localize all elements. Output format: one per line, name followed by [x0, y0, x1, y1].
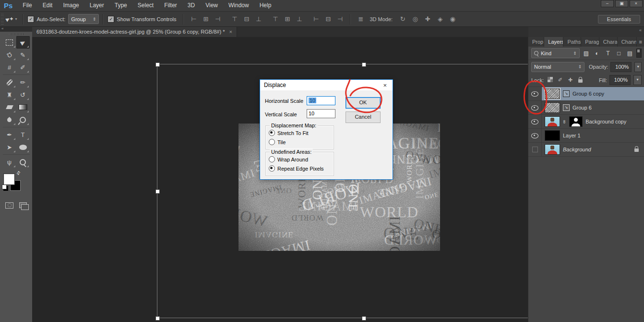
tab-character[interactable]: Chara [599, 37, 618, 47]
layer-row-background[interactable]: Background [528, 143, 644, 157]
radio-repeat-edge-pixels[interactable] [269, 165, 275, 172]
clone-stamp-tool[interactable]: ♜ [3, 88, 16, 101]
menu-image[interactable]: Image [58, 0, 84, 11]
menu-file[interactable]: File [17, 0, 37, 11]
visibility-toggle[interactable] [528, 143, 542, 156]
align-left-edges-icon[interactable]: ⊢ [188, 14, 200, 24]
filter-shape-layers-icon[interactable]: □ [615, 50, 623, 57]
visibility-toggle[interactable] [528, 87, 542, 100]
lock-position-icon[interactable]: ✚ [566, 77, 574, 83]
3d-scale-icon[interactable]: ◉ [446, 15, 459, 23]
move-tool[interactable]: ▶ [16, 36, 30, 49]
radio-wrap-around[interactable] [269, 156, 275, 162]
menu-select[interactable]: Select [132, 0, 159, 11]
hand-tool[interactable]: ψ [3, 156, 16, 168]
opacity-value[interactable]: 100% [610, 62, 632, 72]
lock-pixels-icon[interactable]: ✐ [556, 77, 564, 83]
menu-type[interactable]: Type [109, 0, 132, 11]
options-bar-grip[interactable] [1, 14, 4, 25]
fill-value[interactable]: 100% [609, 75, 631, 85]
horizontal-scale-input[interactable]: 10 [307, 96, 335, 105]
tools-grip[interactable] [9, 33, 24, 35]
3d-roll-icon[interactable]: ◎ [409, 15, 421, 23]
menu-window[interactable]: Window [223, 0, 254, 11]
layer-name[interactable]: Group 6 [572, 105, 592, 111]
panel-menu-icon[interactable]: ≡ [637, 37, 644, 47]
layer-row-layer-1[interactable]: Layer 1 [528, 129, 644, 143]
filter-toggle-switch[interactable] [636, 49, 642, 58]
screen-mode-button[interactable] [16, 199, 30, 211]
layer-mask-thumbnail[interactable] [569, 116, 583, 127]
radio-tile[interactable] [269, 139, 275, 145]
blur-tool[interactable] [3, 113, 16, 126]
tab-properties[interactable]: Prop [528, 37, 544, 47]
transform-handle-left-middle[interactable] [155, 189, 160, 194]
visibility-toggle[interactable] [528, 115, 542, 128]
restore-button[interactable]: ▣ [615, 0, 628, 7]
filter-smart-objects-icon[interactable]: ▤ [625, 50, 634, 57]
distribute-horizontal-centers-icon[interactable]: ⊟ [322, 14, 334, 24]
spot-healing-brush-tool[interactable] [3, 76, 16, 88]
layer-name[interactable]: Group 6 copy [572, 91, 604, 97]
brush-tool[interactable]: ✏ [16, 76, 30, 88]
transform-handle-bottom-middle[interactable] [362, 316, 366, 321]
zoom-tool[interactable] [16, 156, 30, 168]
path-selection-tool[interactable]: ➤ [3, 141, 16, 153]
layer-thumbnail[interactable] [545, 144, 560, 155]
layer-thumbnail[interactable] [545, 102, 560, 113]
3d-drag-icon[interactable]: ✚ [421, 15, 434, 23]
type-tool[interactable]: T [16, 128, 30, 141]
repeat-edge-pixels-option[interactable]: Repeat Edge Pixels [269, 165, 324, 172]
menu-edit[interactable]: Edit [37, 0, 58, 11]
foreground-color-swatch[interactable] [4, 174, 14, 185]
distribute-spacing-icon[interactable]: ≣ [355, 14, 367, 24]
layer-name[interactable]: Background [563, 147, 591, 152]
gradient-tool[interactable] [16, 101, 30, 113]
filter-pixel-layers-icon[interactable]: ▨ [582, 50, 591, 57]
transform-handle-top-middle[interactable] [362, 62, 366, 67]
distribute-bottom-edges-icon[interactable]: ⊥ [293, 14, 305, 24]
opacity-dropdown-arrow[interactable]: ▾ [634, 62, 642, 72]
eraser-tool[interactable] [3, 101, 16, 113]
quick-mask-button[interactable] [3, 199, 16, 211]
eyedropper-tool[interactable]: ✐ [16, 61, 30, 74]
align-right-edges-icon[interactable]: ⊣ [212, 14, 224, 24]
lock-all-icon[interactable] [576, 77, 584, 84]
tab-paragraph[interactable]: Parag [581, 37, 599, 47]
tile-option[interactable]: Tile [269, 139, 286, 145]
document-tab[interactable]: 6931863-doutzen-kroes-model-actress-girl… [32, 26, 237, 37]
transform-handle-bottom-left[interactable] [155, 316, 160, 321]
tab-paths[interactable]: Paths [563, 37, 581, 47]
swap-colors-icon[interactable]: ⇄ [15, 170, 22, 176]
3d-rotate-icon[interactable]: ↻ [396, 15, 409, 23]
dodge-tool[interactable] [16, 113, 30, 126]
align-top-edges-icon[interactable]: ⊤ [228, 14, 240, 24]
dock-collapse-header[interactable]: « [528, 26, 644, 37]
ellipse-tool[interactable] [16, 141, 30, 153]
fill-dropdown-arrow[interactable]: ▾ [633, 75, 642, 85]
dialog-close-icon[interactable]: × [381, 82, 389, 89]
close-button[interactable]: × [630, 0, 643, 7]
auto-select-target-dropdown[interactable]: Group ⇕ [68, 14, 99, 24]
crop-tool[interactable]: # [3, 61, 16, 74]
tools-collapse-header[interactable]: « [0, 26, 32, 32]
layer-name[interactable]: Layer 1 [563, 133, 581, 138]
distribute-right-edges-icon[interactable]: ⊣ [334, 14, 346, 24]
default-colors-icon[interactable] [2, 185, 7, 189]
distribute-top-edges-icon[interactable]: ⊤ [269, 14, 281, 24]
align-vertical-centers-icon[interactable]: ⊟ [240, 14, 252, 24]
filter-type-layers-icon[interactable]: T [604, 50, 612, 57]
pen-tool[interactable]: ✒ [3, 128, 16, 141]
layer-thumbnail[interactable] [545, 116, 560, 127]
move-tool-preset[interactable]: ▶ ✚ ▾ [6, 16, 17, 22]
tab-layers[interactable]: Layers [544, 37, 563, 47]
menu-view[interactable]: View [200, 0, 223, 11]
transform-reference-point[interactable] [361, 189, 366, 193]
menu-help[interactable]: Help [254, 0, 277, 11]
tab-channels[interactable]: Chann [618, 37, 637, 47]
layer-row-group-6-copy[interactable]: ↘ Group 6 copy [528, 87, 644, 101]
lasso-tool[interactable]: Ω [3, 49, 16, 61]
3d-slide-icon[interactable]: ◈ [434, 15, 446, 23]
rectangular-marquee-tool[interactable] [3, 36, 16, 49]
dialog-title-bar[interactable]: Displace × [260, 80, 393, 90]
